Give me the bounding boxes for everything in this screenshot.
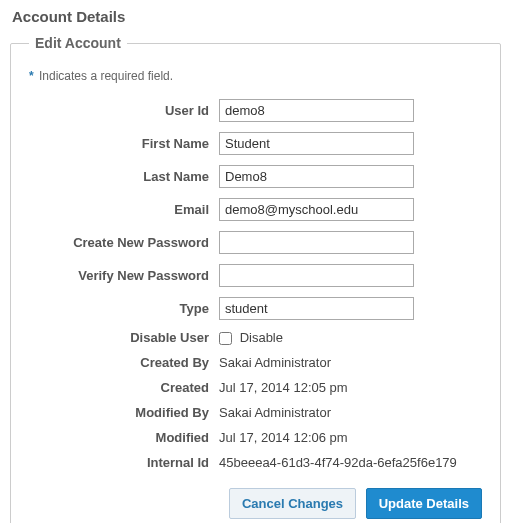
disable-user-label: Disable User — [29, 330, 219, 345]
last-name-input[interactable] — [219, 165, 414, 188]
modified-by-value: Sakai Administrator — [219, 405, 482, 420]
new-password-label: Create New Password — [29, 235, 219, 250]
required-note-text: Indicates a required field. — [39, 69, 173, 83]
user-id-input[interactable] — [219, 99, 414, 122]
first-name-label: First Name — [29, 136, 219, 151]
created-by-label: Created By — [29, 355, 219, 370]
required-note: * Indicates a required field. — [29, 69, 482, 83]
disable-user-checkbox[interactable] — [219, 332, 232, 345]
type-label: Type — [29, 301, 219, 316]
modified-by-label: Modified By — [29, 405, 219, 420]
edit-account-fieldset: Edit Account * Indicates a required fiel… — [10, 35, 501, 523]
verify-password-input[interactable] — [219, 264, 414, 287]
update-button[interactable]: Update Details — [366, 488, 482, 519]
cancel-button[interactable]: Cancel Changes — [229, 488, 356, 519]
type-input[interactable] — [219, 297, 414, 320]
created-by-value: Sakai Administrator — [219, 355, 482, 370]
email-input[interactable] — [219, 198, 414, 221]
last-name-label: Last Name — [29, 169, 219, 184]
fieldset-legend: Edit Account — [29, 35, 127, 51]
disable-user-checkbox-label: Disable — [240, 330, 283, 345]
internal-id-value: 45beeea4-61d3-4f74-92da-6efa25f6e179 — [219, 455, 482, 470]
first-name-input[interactable] — [219, 132, 414, 155]
page-title: Account Details — [12, 8, 501, 25]
email-label: Email — [29, 202, 219, 217]
new-password-input[interactable] — [219, 231, 414, 254]
verify-password-label: Verify New Password — [29, 268, 219, 283]
internal-id-label: Internal Id — [29, 455, 219, 470]
modified-label: Modified — [29, 430, 219, 445]
button-bar: Cancel Changes Update Details — [29, 488, 482, 519]
modified-value: Jul 17, 2014 12:06 pm — [219, 430, 482, 445]
created-value: Jul 17, 2014 12:05 pm — [219, 380, 482, 395]
user-id-label: User Id — [29, 103, 219, 118]
required-asterisk: * — [29, 69, 34, 83]
created-label: Created — [29, 380, 219, 395]
